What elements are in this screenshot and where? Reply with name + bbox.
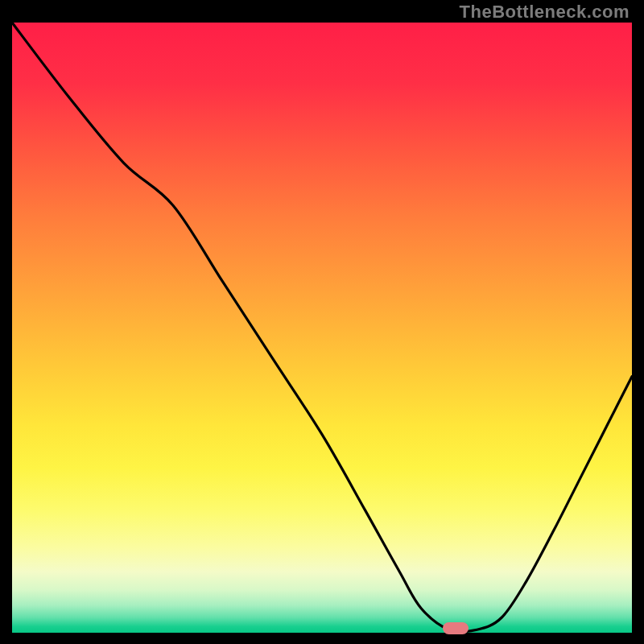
chart-frame: TheBottleneck.com	[0, 0, 644, 644]
optimum-marker	[443, 622, 469, 634]
plot-area	[12, 23, 632, 633]
watermark-text: TheBottleneck.com	[460, 2, 630, 23]
bottleneck-curve	[12, 23, 632, 633]
